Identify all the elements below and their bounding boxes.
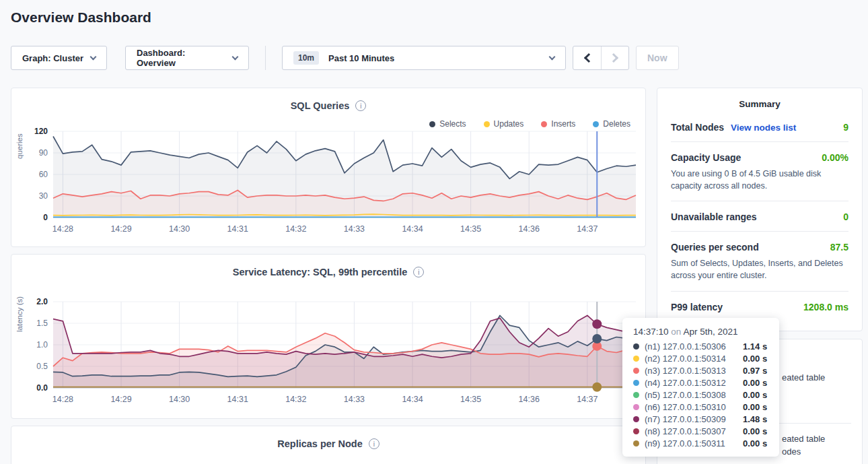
- time-range-dropdown[interactable]: 10m Past 10 Minutes: [282, 46, 566, 70]
- summary-row: Capacity Usage0.00%You are using 0 B of …: [671, 142, 848, 201]
- tooltip-node-label: (n5) 127.0.0.1:50308: [645, 390, 743, 400]
- summary-rows: Total NodesView nodes list9Capacity Usag…: [671, 112, 848, 321]
- svg-text:14:30: 14:30: [169, 395, 190, 404]
- svg-text:1.0: 1.0: [36, 340, 48, 350]
- tooltip-node-label: (n2) 127.0.0.1:50314: [645, 354, 743, 364]
- chevron-down-icon: [232, 53, 239, 60]
- time-prev-button[interactable]: [573, 46, 601, 69]
- summary-row: Queries per second87.5Sum of Selects, Up…: [671, 232, 848, 291]
- tooltip-node-value: 0.00 s: [743, 426, 767, 436]
- node-series-dot-icon: [633, 416, 639, 422]
- node-series-dot-icon: [633, 404, 639, 410]
- event-text-fragment: odes: [782, 446, 801, 457]
- svg-text:0: 0: [43, 213, 48, 222]
- svg-text:14:34: 14:34: [402, 395, 423, 404]
- tooltip-node-row: (n7) 127.0.0.1:503091.48 s: [633, 413, 768, 425]
- tooltip-timestamp: 14:37:10 on Apr 5th, 2021: [633, 327, 768, 337]
- info-icon[interactable]: i: [369, 438, 379, 449]
- svg-text:90: 90: [39, 148, 48, 158]
- event-text-fragment: eated table: [782, 434, 825, 444]
- svg-text:14:32: 14:32: [285, 395, 306, 404]
- summary-row-header: Queries per second87.5: [671, 242, 848, 253]
- sql-queries-panel: SQL Queries i SelectsUpdatesInsertsDelet…: [11, 88, 646, 247]
- time-range-label: Past 10 Minutes: [328, 53, 394, 63]
- tooltip-time: 14:37:10: [633, 327, 669, 337]
- svg-text:14:36: 14:36: [519, 395, 540, 404]
- summary-row-header: Capacity Usage0.00%: [671, 152, 848, 163]
- now-button-label: Now: [647, 53, 667, 63]
- svg-text:0.5: 0.5: [36, 362, 48, 371]
- page-title: Overview Dashboard: [11, 9, 151, 26]
- node-series-dot-icon: [633, 428, 639, 434]
- summary-row-value: 0.00%: [822, 152, 848, 163]
- summary-view-nodes-link[interactable]: View nodes list: [731, 123, 796, 133]
- chart-hover-tooltip: 14:37:10 on Apr 5th, 2021 (n1) 127.0.0.1…: [622, 318, 779, 457]
- info-icon[interactable]: i: [355, 100, 366, 111]
- tooltip-node-label: (n3) 127.0.0.1:50313: [645, 366, 743, 376]
- latency-panel: Service Latency: SQL, 99th percentile i …: [11, 254, 646, 419]
- time-range-badge: 10m: [293, 51, 319, 65]
- node-series-dot-icon: [633, 343, 639, 350]
- latency-chart[interactable]: 0.00.51.01.52.014:2814:2914:3014:3114:32…: [11, 296, 645, 412]
- svg-text:14:28: 14:28: [52, 224, 73, 234]
- replicas-panel: Replicas per Node i: [11, 426, 646, 464]
- svg-text:30: 30: [39, 191, 48, 201]
- tooltip-node-value: 0.00 s: [743, 390, 767, 400]
- summary-row: Unavailable ranges0: [671, 201, 848, 232]
- tooltip-node-value: 0.97 s: [743, 366, 767, 376]
- event-text-fragment: eated table: [782, 372, 825, 383]
- svg-text:14:35: 14:35: [460, 224, 481, 234]
- svg-text:14:29: 14:29: [110, 224, 131, 234]
- time-next-button[interactable]: [601, 46, 628, 69]
- svg-text:120: 120: [34, 127, 48, 136]
- svg-text:14:28: 14:28: [52, 395, 73, 404]
- node-series-dot-icon: [633, 368, 639, 374]
- chevron-left-icon: [583, 53, 593, 63]
- svg-text:14:35: 14:35: [460, 395, 481, 404]
- dashboard-dropdown[interactable]: Dashboard: Overview: [125, 46, 249, 70]
- now-button[interactable]: Now: [636, 46, 679, 70]
- tooltip-node-label: (n1) 127.0.0.1:50306: [645, 341, 743, 352]
- summary-row-label: Queries per second: [671, 242, 759, 253]
- svg-text:14:37: 14:37: [577, 224, 598, 234]
- overview-dashboard-page: Overview Dashboard Graph: Cluster Dashbo…: [0, 0, 868, 464]
- tooltip-node-value: 0.00 s: [743, 438, 767, 449]
- toolbar: Graph: Cluster Dashboard: Overview 10m P…: [11, 46, 679, 70]
- summary-row-label: Unavailable ranges: [671, 211, 757, 222]
- summary-row-description: Sum of Selects, Updates, Inserts, and De…: [671, 257, 848, 281]
- summary-row-header: Total NodesView nodes list9: [671, 122, 848, 133]
- tooltip-node-row: (n9) 127.0.0.1:503110.00 s: [633, 437, 768, 449]
- tooltip-node-value: 0.00 s: [743, 378, 767, 388]
- summary-row-value: 0: [843, 211, 848, 222]
- summary-row-label: Total Nodes: [671, 122, 724, 133]
- tooltip-node-label: (n9) 127.0.0.1:50311: [645, 438, 743, 449]
- svg-text:1.5: 1.5: [36, 319, 48, 328]
- tooltip-node-row: (n5) 127.0.0.1:503080.00 s: [633, 389, 768, 401]
- sql-chart[interactable]: 030609012014:2814:2914:3014:3114:3214:33…: [11, 126, 645, 242]
- tooltip-node-row: (n2) 127.0.0.1:503140.00 s: [633, 352, 768, 364]
- tooltip-node-value: 1.48 s: [743, 414, 767, 424]
- svg-text:14:31: 14:31: [227, 224, 248, 234]
- node-series-dot-icon: [633, 392, 639, 398]
- svg-text:0.0: 0.0: [36, 383, 48, 393]
- node-series-dot-icon: [633, 356, 639, 362]
- dashboard-dropdown-label: Dashboard: Overview: [137, 48, 225, 68]
- tooltip-node-label: (n4) 127.0.0.1:50312: [645, 378, 743, 388]
- chevron-down-icon: [549, 53, 556, 60]
- tooltip-node-value: 0.00 s: [743, 402, 767, 412]
- chevron-down-icon: [90, 53, 97, 60]
- graph-dropdown[interactable]: Graph: Cluster: [11, 46, 107, 70]
- svg-text:14:33: 14:33: [344, 395, 365, 404]
- tooltip-node-row: (n3) 127.0.0.1:503130.97 s: [633, 364, 768, 376]
- summary-row: Total NodesView nodes list9: [671, 112, 848, 142]
- tooltip-node-label: (n8) 127.0.0.1:50307: [645, 426, 743, 436]
- tooltip-node-row: (n8) 127.0.0.1:503070.00 s: [633, 425, 768, 437]
- tooltip-node-label: (n7) 127.0.0.1:50309: [645, 414, 743, 424]
- node-series-dot-icon: [633, 380, 639, 386]
- svg-text:14:36: 14:36: [519, 224, 540, 234]
- info-icon[interactable]: i: [413, 267, 424, 277]
- tooltip-node-value: 0.00 s: [743, 354, 767, 364]
- summary-row-description: You are using 0 B of 4.5 GiB usable disk…: [671, 168, 848, 192]
- tooltip-node-row: (n1) 127.0.0.1:503061.14 s: [633, 340, 768, 352]
- tooltip-node-label: (n6) 127.0.0.1:50310: [645, 402, 743, 412]
